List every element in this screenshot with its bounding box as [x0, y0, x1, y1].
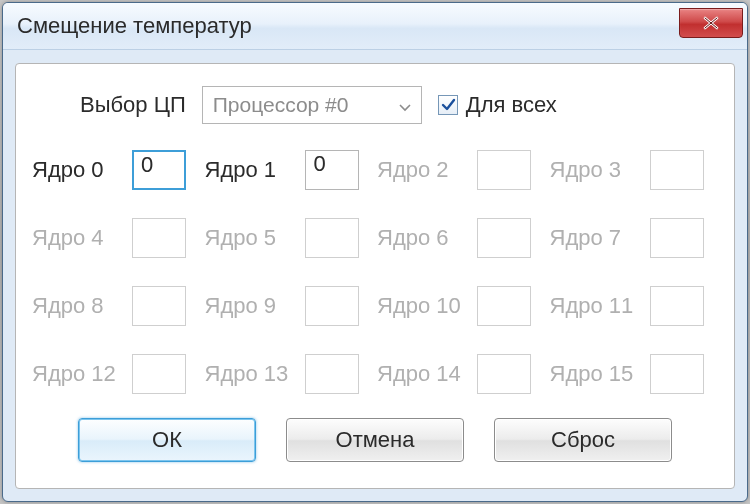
core-input: [132, 354, 186, 394]
core-label: Ядро 15: [550, 361, 640, 387]
core-2: Ядро 2: [377, 150, 546, 190]
content-panel: Выбор ЦП Процессор #0 Для всех Ядро: [15, 63, 735, 489]
core-input: [650, 286, 704, 326]
core-label: Ядро 14: [377, 361, 467, 387]
core-label: Ядро 2: [377, 157, 467, 183]
titlebar[interactable]: Смещение температур: [3, 3, 747, 50]
core-6: Ядро 6: [377, 218, 546, 258]
core-input: [650, 150, 704, 190]
core-4: Ядро 4: [32, 218, 201, 258]
core-8: Ядро 8: [32, 286, 201, 326]
reset-button[interactable]: Сброс: [494, 418, 672, 462]
button-row: ОК Отмена Сброс: [32, 418, 718, 462]
core-input[interactable]: 0: [305, 150, 359, 190]
cpu-select-value: Процессор #0: [213, 93, 349, 117]
core-input: [132, 218, 186, 258]
cpu-select[interactable]: Процессор #0: [202, 86, 422, 124]
core-label: Ядро 4: [32, 225, 122, 251]
close-button[interactable]: [679, 8, 743, 38]
for-all-label: Для всех: [466, 92, 557, 118]
core-input: [305, 218, 359, 258]
core-label: Ядро 9: [205, 293, 295, 319]
core-input: [477, 354, 531, 394]
core-0: Ядро 00: [32, 150, 201, 190]
core-input: [477, 150, 531, 190]
core-label: Ядро 5: [205, 225, 295, 251]
core-11: Ядро 11: [550, 286, 719, 326]
core-input[interactable]: 0: [132, 150, 186, 190]
core-label: Ядро 11: [550, 293, 640, 319]
ok-button[interactable]: ОК: [78, 418, 256, 462]
core-12: Ядро 12: [32, 354, 201, 394]
core-input: [305, 354, 359, 394]
window-title: Смещение температур: [17, 13, 679, 39]
core-3: Ядро 3: [550, 150, 719, 190]
core-input: [305, 286, 359, 326]
core-input: [477, 218, 531, 258]
core-input: [132, 286, 186, 326]
checkmark-icon: [440, 97, 456, 113]
core-input: [650, 218, 704, 258]
core-label: Ядро 7: [550, 225, 640, 251]
core-label: Ядро 10: [377, 293, 467, 319]
core-7: Ядро 7: [550, 218, 719, 258]
core-input: [650, 354, 704, 394]
close-icon: [702, 16, 720, 30]
cpu-select-row: Выбор ЦП Процессор #0 Для всех: [32, 86, 718, 124]
cpu-label: Выбор ЦП: [80, 92, 186, 118]
core-label: Ядро 12: [32, 361, 122, 387]
core-label: Ядро 1: [205, 157, 295, 183]
core-input: [477, 286, 531, 326]
for-all-wrap: Для всех: [438, 92, 557, 118]
cancel-button[interactable]: Отмена: [286, 418, 464, 462]
core-14: Ядро 14: [377, 354, 546, 394]
core-10: Ядро 10: [377, 286, 546, 326]
core-15: Ядро 15: [550, 354, 719, 394]
core-1: Ядро 10: [205, 150, 374, 190]
core-label: Ядро 0: [32, 157, 122, 183]
core-5: Ядро 5: [205, 218, 374, 258]
core-9: Ядро 9: [205, 286, 374, 326]
dialog-window: Смещение температур Выбор ЦП Процессор #…: [2, 2, 748, 502]
chevron-down-icon: [399, 93, 411, 117]
for-all-checkbox[interactable]: [438, 95, 458, 115]
core-label: Ядро 3: [550, 157, 640, 183]
core-13: Ядро 13: [205, 354, 374, 394]
core-label: Ядро 8: [32, 293, 122, 319]
core-label: Ядро 6: [377, 225, 467, 251]
core-label: Ядро 13: [205, 361, 295, 387]
cores-grid: Ядро 00Ядро 10Ядро 2Ядро 3Ядро 4Ядро 5Яд…: [32, 150, 718, 394]
